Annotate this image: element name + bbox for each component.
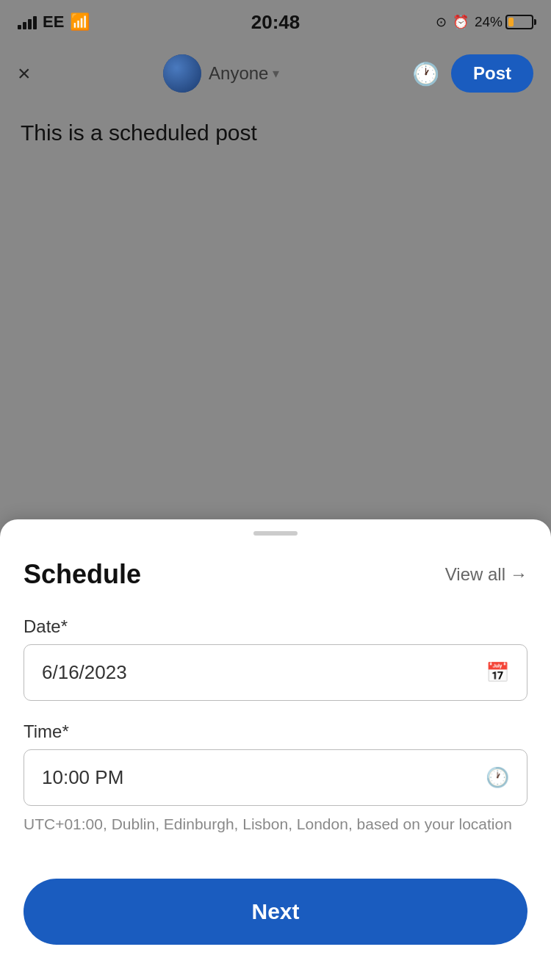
avatar[interactable] bbox=[163, 54, 201, 93]
alarm-icon: ⏰ bbox=[453, 14, 469, 30]
nav-center: Anyone ▾ bbox=[163, 54, 279, 93]
battery-percent: 24% bbox=[475, 14, 503, 30]
carrier-label: EE bbox=[43, 12, 64, 32]
status-bar: EE 📶 20:48 ⊙ ⏰ 24% bbox=[0, 0, 551, 44]
date-label: Date* bbox=[24, 616, 527, 637]
bottom-sheet: Schedule View all → Date* 6/16/2023 📅 Ti… bbox=[0, 519, 551, 980]
status-right: ⊙ ⏰ 24% bbox=[436, 14, 533, 30]
time-label: Time* bbox=[24, 721, 527, 742]
date-input[interactable]: 6/16/2023 📅 bbox=[24, 644, 527, 701]
audience-selector[interactable]: Anyone ▾ bbox=[209, 63, 279, 84]
nav-bar: × Anyone ▾ 🕐 Post bbox=[0, 44, 551, 103]
content-area[interactable]: This is a scheduled post bbox=[0, 103, 551, 397]
next-button[interactable]: Next bbox=[24, 879, 527, 945]
view-all-label: View all bbox=[445, 564, 505, 585]
signal-bars-icon bbox=[18, 15, 37, 29]
audience-label: Anyone bbox=[209, 63, 268, 84]
post-text: This is a scheduled post bbox=[21, 120, 530, 145]
drag-handle[interactable] bbox=[253, 531, 298, 536]
location-icon: ⊙ bbox=[436, 14, 447, 30]
status-time: 20:48 bbox=[251, 11, 300, 34]
post-button[interactable]: Post bbox=[451, 54, 533, 93]
close-button[interactable]: × bbox=[18, 61, 31, 86]
time-value: 10:00 PM bbox=[42, 766, 123, 789]
clock-field-icon: 🕐 bbox=[486, 766, 509, 789]
clock-icon[interactable]: 🕐 bbox=[412, 61, 439, 87]
time-field-group: Time* 10:00 PM 🕐 UTC+01:00, Dublin, Edin… bbox=[24, 721, 527, 835]
battery-fill bbox=[508, 18, 514, 26]
calendar-icon: 📅 bbox=[486, 661, 509, 684]
time-input[interactable]: 10:00 PM 🕐 bbox=[24, 749, 527, 806]
timezone-note: UTC+01:00, Dublin, Edinburgh, Lisbon, Lo… bbox=[24, 813, 527, 835]
view-all-link[interactable]: View all → bbox=[445, 564, 527, 585]
date-value: 6/16/2023 bbox=[42, 661, 127, 684]
avatar-image bbox=[163, 54, 201, 93]
schedule-title: Schedule bbox=[24, 559, 141, 590]
date-field-group: Date* 6/16/2023 📅 bbox=[24, 616, 527, 701]
battery-container: 24% bbox=[475, 14, 533, 30]
right-arrow-icon: → bbox=[510, 564, 527, 585]
status-left: EE 📶 bbox=[18, 12, 90, 32]
wifi-icon: 📶 bbox=[70, 12, 90, 32]
nav-right: 🕐 Post bbox=[412, 54, 533, 93]
chevron-down-icon: ▾ bbox=[273, 65, 279, 82]
sheet-header: Schedule View all → bbox=[24, 559, 527, 590]
battery-icon bbox=[505, 15, 533, 29]
